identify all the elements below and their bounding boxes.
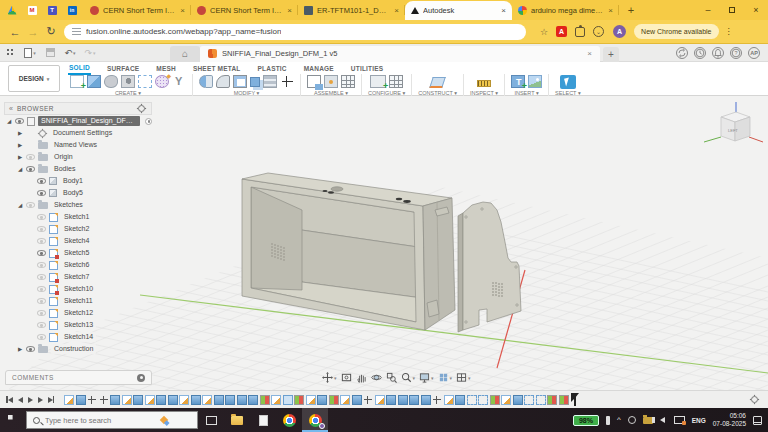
timeline-feature-extrude-icon[interactable] [409, 395, 419, 405]
collapse-panel-icon[interactable]: « [9, 105, 13, 112]
3d-viewport[interactable]: LEFT « BROWSER ◢SNIFFIA_Final_Design_DFM… [0, 96, 768, 390]
timeline-feature-extrude-icon[interactable] [225, 395, 235, 405]
timeline-feature-extrude-icon[interactable] [237, 395, 247, 405]
notifications-bell-icon[interactable] [712, 47, 724, 59]
tree-row-sketch10[interactable]: Sketch10 [4, 283, 152, 295]
timeline-feature-pattern-icon[interactable] [536, 395, 546, 405]
view-cube[interactable]: LEFT [704, 102, 763, 142]
timeline-feature-sketch-icon[interactable] [122, 395, 132, 405]
history-icon[interactable] [694, 47, 706, 59]
timeline-feature-extrude-icon[interactable] [455, 395, 465, 405]
action-center-icon[interactable] [753, 416, 762, 425]
tab-surface[interactable]: SURFACE [106, 64, 140, 74]
timeline-feature-extrude-icon[interactable] [248, 395, 258, 405]
timeline-feature-extrude-icon[interactable] [133, 395, 143, 405]
go-to-end-button[interactable] [48, 396, 55, 403]
speaker-icon[interactable] [660, 417, 665, 423]
timeline-feature-move-icon[interactable] [99, 395, 109, 405]
tree-row-body5[interactable]: Body5 [4, 187, 152, 199]
timeline-feature-combine-icon[interactable] [329, 395, 339, 405]
back-button[interactable]: ← [6, 26, 24, 38]
pinned-tab-gmail[interactable]: M [22, 1, 42, 19]
battery-indicator[interactable]: 98% [573, 415, 599, 426]
language-indicator[interactable]: ENG [692, 417, 706, 424]
visibility-eye-icon[interactable] [37, 297, 46, 306]
undo-button[interactable]: ↶▾ [60, 48, 80, 58]
file-menu-button[interactable]: ▾ [20, 48, 40, 58]
display-settings-icon[interactable]: ▾ [419, 372, 434, 383]
timeline-feature-move-icon[interactable] [87, 395, 97, 405]
visibility-eye-icon[interactable] [37, 225, 46, 234]
new-component-icon[interactable] [307, 75, 321, 88]
tree-row-named-views[interactable]: ▶Named Views [4, 139, 152, 151]
timeline-settings-gear-icon[interactable] [751, 396, 758, 403]
timeline-feature-pattern-icon[interactable] [467, 395, 477, 405]
tree-row-sketch4[interactable]: Sketch4 [4, 235, 152, 247]
visibility-eye-icon[interactable] [37, 237, 46, 246]
visibility-eye-icon[interactable] [37, 333, 46, 342]
shell-icon[interactable] [233, 75, 247, 88]
visibility-eye-icon[interactable] [26, 345, 35, 354]
expand-arrow-icon[interactable]: ▶ [17, 346, 23, 352]
step-back-button[interactable] [18, 397, 23, 403]
close-button[interactable]: × [744, 0, 768, 20]
measure-icon[interactable] [477, 80, 491, 87]
visibility-eye-icon[interactable] [15, 117, 24, 126]
tree-row-bodies[interactable]: ◢Bodies [4, 163, 152, 175]
onedrive-icon[interactable] [628, 416, 636, 424]
offset-face-icon[interactable] [263, 75, 277, 88]
tree-row-sketch7[interactable]: Sketch7 [4, 271, 152, 283]
timeline-feature-extrude-icon[interactable] [156, 395, 166, 405]
pinned-tab-teams[interactable]: T [42, 1, 62, 19]
timeline-feature-sketch-icon[interactable] [179, 395, 189, 405]
tab-utilities[interactable]: UTILITIES [350, 64, 385, 74]
user-avatar[interactable]: AP [748, 47, 760, 59]
bom-icon[interactable] [341, 75, 355, 88]
visibility-eye-icon[interactable] [37, 249, 46, 258]
timeline-feature-extrude-icon[interactable] [421, 395, 431, 405]
model-side-panel[interactable] [458, 202, 521, 332]
form-icon[interactable] [104, 75, 118, 88]
tree-row-construction[interactable]: ▶Construction [4, 343, 152, 355]
browser-tab[interactable]: ER-TFTM101-1_Datasheet× [298, 1, 405, 20]
tree-row-sketch12[interactable]: Sketch12 [4, 307, 152, 319]
tree-row-sketch2[interactable]: Sketch2 [4, 223, 152, 235]
timeline-feature-extrude-icon[interactable] [386, 395, 396, 405]
workspace-selector[interactable]: DESIGN▾ [8, 65, 60, 92]
go-to-start-button[interactable] [6, 396, 13, 403]
viewports-icon[interactable]: ▾ [456, 372, 471, 383]
notepad-button[interactable] [250, 408, 276, 432]
grid-settings-icon[interactable]: ▾ [438, 372, 453, 383]
timeline-feature-sketch-icon[interactable] [375, 395, 385, 405]
timeline-feature-sketch-icon[interactable] [340, 395, 350, 405]
browser-tab[interactable]: CERN Short Term Internship× [191, 1, 298, 20]
timeline-position-marker[interactable] [571, 393, 579, 406]
timeline-feature-extrude-icon[interactable] [398, 395, 408, 405]
tree-row-sketch5[interactable]: Sketch5 [4, 247, 152, 259]
timeline-feature-sketch-icon[interactable] [202, 395, 212, 405]
timeline-feature-combine-icon[interactable] [559, 395, 569, 405]
timeline-feature-extrude-icon[interactable] [76, 395, 86, 405]
visibility-eye-icon[interactable] [26, 153, 35, 162]
zoom-icon[interactable]: ▾ [401, 372, 416, 383]
app-launcher-icon[interactable] [0, 48, 20, 57]
expand-arrow-icon[interactable]: ▶ [17, 154, 23, 160]
chrome-update-pill[interactable]: New Chrome available [634, 24, 718, 39]
start-button[interactable] [0, 408, 26, 432]
tree-row-body1[interactable]: Body1 [4, 175, 152, 187]
timeline-feature-sketch-icon[interactable] [145, 395, 155, 405]
taskbar-search[interactable] [26, 411, 198, 429]
timeline-feature-extrude-icon[interactable] [191, 395, 201, 405]
visibility-eye-icon[interactable] [37, 261, 46, 270]
tree-row-sketch1[interactable]: Sketch1 [4, 211, 152, 223]
comments-bar[interactable]: COMMENTS [5, 370, 152, 385]
tree-row-origin[interactable]: ▶Origin [4, 151, 152, 163]
pinned-tab-linkedin[interactable]: in [62, 1, 82, 19]
timeline-feature-extrude-icon[interactable] [168, 395, 178, 405]
select-cursor-icon[interactable] [560, 75, 576, 89]
task-view-button[interactable] [198, 408, 224, 432]
help-icon[interactable] [730, 47, 742, 59]
tree-row-sketch11[interactable]: Sketch11 [4, 295, 152, 307]
tab-manage[interactable]: MANAGE [303, 64, 335, 74]
timeline-feature-extrude-icon[interactable] [317, 395, 327, 405]
